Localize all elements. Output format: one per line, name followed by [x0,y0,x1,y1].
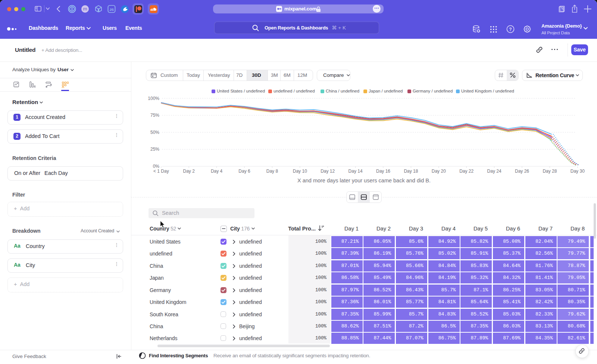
svg-text:Day 14: Day 14 [348,169,363,174]
svg-text:100%: 100% [148,96,159,101]
svg-text:?: ? [509,27,512,32]
svg-text:Day 30: Day 30 [571,169,585,174]
svg-text:50%: 50% [150,130,159,135]
svg-text:Day 12: Day 12 [321,169,335,174]
svg-text:25%: 25% [150,147,159,152]
svg-text:Day 24: Day 24 [487,169,501,174]
svg-text:Day 10: Day 10 [293,169,307,174]
svg-text:Day 22: Day 22 [459,169,473,174]
svg-text:Day 8: Day 8 [266,169,278,174]
svg-text:Day 20: Day 20 [432,169,446,174]
svg-text:Day 26: Day 26 [515,169,529,174]
svg-text:JS: JS [109,7,114,12]
svg-text:75%: 75% [150,113,159,118]
svg-text:N: N [561,7,564,11]
svg-text:Day 6: Day 6 [238,169,250,174]
svg-text:< 1 Day: < 1 Day [153,169,169,174]
svg-text:Day 18: Day 18 [404,169,418,174]
svg-text:Day 16: Day 16 [376,169,390,174]
svg-text:Day 28: Day 28 [543,169,557,174]
svg-text:Day 4: Day 4 [211,169,223,174]
svg-text:0%: 0% [153,164,160,169]
svg-text:Day 2: Day 2 [183,169,195,174]
